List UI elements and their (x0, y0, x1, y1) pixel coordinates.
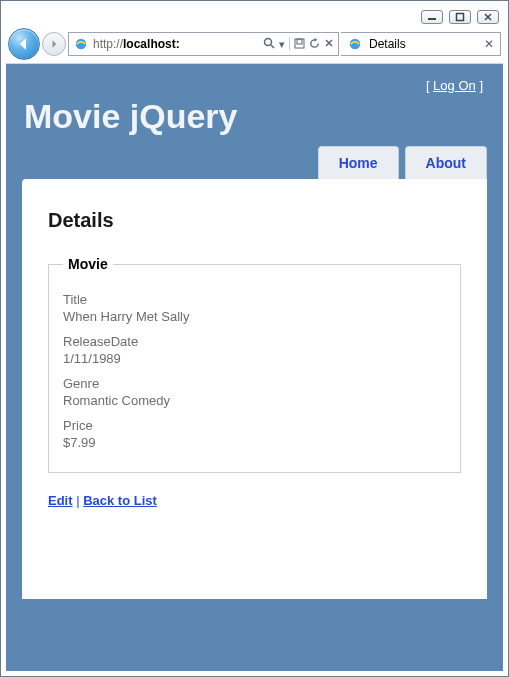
url-protocol: http:// (93, 37, 123, 51)
value-price: $7.99 (63, 435, 446, 450)
bracket: ] (476, 78, 483, 93)
value-genre: Romantic Comedy (63, 393, 446, 408)
compat-icon[interactable] (294, 38, 305, 51)
search-icon[interactable] (263, 37, 275, 51)
label-title: Title (63, 292, 446, 307)
url-host: localhost: (123, 37, 180, 51)
window-chrome (6, 6, 503, 26)
close-window-button[interactable] (477, 10, 499, 24)
page-heading: Details (48, 209, 461, 232)
movie-fieldset: Movie Title When Harry Met Sally Release… (48, 256, 461, 473)
nav-about[interactable]: About (405, 146, 487, 179)
action-links: Edit | Back to List (48, 493, 461, 508)
viewport: [ Log On ] Movie jQuery Home About Detai… (6, 63, 503, 671)
forward-button[interactable] (42, 32, 66, 56)
svg-rect-1 (457, 14, 464, 21)
svg-rect-8 (297, 39, 302, 44)
svg-point-5 (265, 39, 272, 46)
close-tab-icon[interactable]: ✕ (484, 37, 494, 51)
address-text: http://localhost: (89, 37, 259, 51)
nav-home[interactable]: Home (318, 146, 399, 179)
label-genre: Genre (63, 376, 446, 391)
separator: | (73, 493, 84, 508)
ie-icon (347, 36, 363, 52)
svg-line-6 (271, 45, 274, 48)
login-display: [ Log On ] (6, 72, 503, 93)
separator (289, 37, 290, 51)
dropdown-icon[interactable]: ▾ (279, 38, 285, 51)
value-title: When Harry Met Sally (63, 309, 446, 324)
label-price: Price (63, 418, 446, 433)
browser-window: http://localhost: ▾ Details ✕ [ Log On ] (0, 0, 509, 677)
stop-icon[interactable] (324, 38, 334, 50)
fieldset-legend: Movie (63, 256, 113, 272)
back-button[interactable] (8, 28, 40, 60)
page-body: [ Log On ] Movie jQuery Home About Detai… (6, 64, 503, 671)
browser-tab[interactable]: Details ✕ (341, 32, 501, 56)
refresh-icon[interactable] (309, 38, 320, 51)
browser-nav-bar: http://localhost: ▾ Details ✕ (6, 28, 503, 60)
ie-icon (73, 36, 89, 52)
log-on-link[interactable]: Log On (433, 78, 476, 93)
back-to-list-link[interactable]: Back to List (83, 493, 157, 508)
tab-title: Details (369, 37, 406, 51)
main-nav: Home About (6, 146, 503, 179)
address-controls: ▾ (259, 37, 338, 51)
main-content: Details Movie Title When Harry Met Sally… (22, 179, 487, 599)
minimize-button[interactable] (421, 10, 443, 24)
address-bar[interactable]: http://localhost: ▾ (68, 32, 339, 56)
label-releasedate: ReleaseDate (63, 334, 446, 349)
value-releasedate: 1/11/1989 (63, 351, 446, 366)
site-title: Movie jQuery (24, 97, 503, 136)
maximize-button[interactable] (449, 10, 471, 24)
edit-link[interactable]: Edit (48, 493, 73, 508)
